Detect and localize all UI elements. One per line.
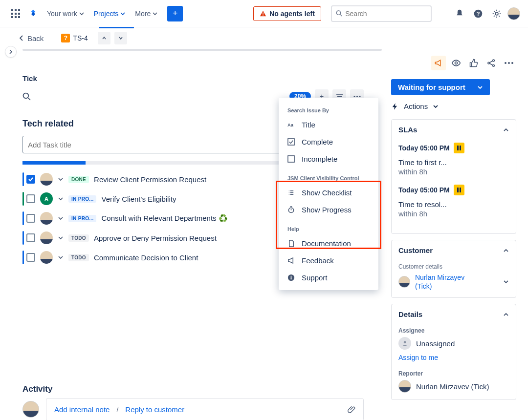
activity-title: Activity — [22, 384, 364, 394]
assign-to-me-link[interactable]: Assign to me — [398, 354, 509, 361]
create-button[interactable]: + — [167, 6, 183, 21]
task-expand-chevron[interactable] — [58, 196, 64, 202]
share-icon[interactable] — [484, 56, 499, 70]
task-expand-chevron[interactable] — [58, 215, 64, 221]
svg-rect-29 — [460, 146, 461, 150]
settings-icon[interactable] — [489, 6, 505, 21]
comment-box[interactable]: Add internal note / Reply to customer — [46, 398, 364, 420]
menu-item-title[interactable]: AaTitle — [279, 116, 378, 133]
task-checkbox[interactable] — [26, 253, 35, 262]
slas-header[interactable]: SLAs — [392, 120, 516, 140]
menu-item-complete[interactable]: Complete — [279, 133, 378, 150]
menu-item-support[interactable]: Support — [279, 269, 378, 286]
reporter-field[interactable]: Nurlan Mirzavev (Tick) — [398, 380, 509, 393]
svg-rect-38 — [291, 277, 292, 280]
svg-rect-28 — [457, 146, 459, 150]
task-status-badge[interactable]: IN PRO... — [68, 215, 96, 222]
task-expand-chevron[interactable] — [58, 254, 64, 260]
attachment-icon[interactable] — [348, 405, 356, 414]
sla-pause-icon — [454, 185, 464, 195]
svg-rect-34 — [288, 139, 294, 145]
menu-heading-search: Search Issue By — [279, 105, 378, 116]
menu-item-show-progress[interactable]: Show Progress — [279, 201, 378, 218]
jira-logo-icon[interactable] — [25, 6, 41, 21]
help-icon[interactable]: ? — [470, 6, 486, 21]
issue-actions-icon[interactable] — [502, 56, 516, 70]
svg-line-17 — [28, 98, 30, 100]
no-agents-banner[interactable]: No agents left — [253, 6, 321, 21]
bolt-icon — [391, 103, 399, 110]
svg-point-15 — [495, 12, 498, 15]
nav-projects[interactable]: Projects — [90, 6, 130, 21]
menu-item-documentation[interactable]: Documentation — [279, 235, 378, 252]
checklist-search-button[interactable] — [22, 92, 31, 101]
svg-point-26 — [508, 62, 510, 64]
customer-card: Customer Customer details Nurlan Mirzaye… — [391, 240, 516, 298]
svg-point-18 — [353, 96, 355, 97]
menu-item-show-checklist[interactable]: Show Checklist — [279, 184, 378, 201]
task-status-badge[interactable]: TODO — [68, 234, 89, 242]
svg-rect-7 — [15, 16, 17, 18]
task-expand-chevron[interactable] — [58, 176, 64, 182]
give-feedback-icon[interactable] — [431, 56, 446, 70]
task-color-bar — [22, 172, 24, 186]
chevron-down-icon[interactable] — [503, 279, 509, 285]
task-status-badge[interactable]: DONE — [68, 176, 89, 183]
chevron-down-icon — [477, 84, 483, 90]
nav-your-work[interactable]: Your work — [43, 6, 88, 21]
task-checkbox[interactable] — [26, 175, 35, 184]
vote-icon[interactable] — [466, 56, 481, 70]
task-assignee-avatar[interactable] — [40, 251, 53, 264]
svg-point-27 — [511, 62, 513, 64]
app-switcher-icon[interactable] — [8, 6, 23, 21]
svg-rect-3 — [11, 13, 13, 15]
task-checkbox[interactable] — [26, 194, 35, 203]
info-icon — [287, 274, 295, 281]
svg-text:Aa: Aa — [287, 123, 294, 127]
no-agents-label: No agents left — [269, 10, 315, 18]
reply-to-customer-link[interactable]: Reply to customer — [125, 405, 184, 414]
customer-details-label: Customer details — [398, 263, 509, 270]
task-assignee-avatar[interactable]: A — [40, 192, 53, 205]
task-assignee-avatar[interactable] — [40, 212, 53, 225]
nav-more[interactable]: More — [131, 6, 161, 21]
sla-time: Today 05:00 PM — [398, 144, 450, 152]
watch-icon[interactable] — [449, 56, 463, 70]
task-checkbox[interactable] — [26, 214, 35, 223]
customer-header[interactable]: Customer — [392, 240, 516, 260]
global-search[interactable] — [331, 5, 432, 22]
details-header[interactable]: Details — [392, 304, 516, 324]
customer-name-link[interactable]: Nurlan Mirzayev (Tick) — [415, 273, 469, 291]
next-issue-button[interactable] — [114, 32, 127, 44]
sla-name: Time to resol... — [398, 200, 509, 209]
status-dropdown[interactable]: Waiting for support — [391, 79, 490, 95]
nav-projects-label: Projects — [94, 10, 119, 18]
back-button[interactable]: Back — [18, 34, 44, 42]
svg-point-11 — [336, 11, 340, 15]
task-status-badge[interactable]: TODO — [68, 254, 89, 261]
svg-rect-5 — [18, 13, 20, 15]
issue-key-link[interactable]: ? TS-4 — [61, 34, 88, 42]
task-expand-chevron[interactable] — [58, 235, 64, 241]
assignee-field[interactable]: Unassigned — [398, 337, 509, 350]
chevron-down-icon — [433, 104, 439, 109]
svg-rect-0 — [11, 9, 13, 11]
task-assignee-avatar[interactable] — [40, 173, 53, 186]
actions-dropdown[interactable]: Actions — [391, 102, 516, 110]
sidebar-expand-button[interactable] — [5, 46, 17, 58]
task-assignee-avatar[interactable] — [40, 231, 53, 244]
task-checkbox[interactable] — [26, 233, 35, 242]
notifications-icon[interactable] — [452, 6, 467, 21]
prev-issue-button[interactable] — [98, 32, 110, 44]
add-internal-note-link[interactable]: Add internal note — [54, 405, 110, 414]
menu-item-incomplete[interactable]: Incomplete — [279, 150, 378, 168]
svg-rect-2 — [18, 9, 20, 11]
comment-separator: / — [116, 406, 118, 414]
profile-avatar[interactable] — [507, 7, 520, 20]
task-color-bar — [22, 231, 24, 245]
svg-rect-10 — [263, 15, 264, 15]
menu-item-feedback[interactable]: Feedback — [279, 252, 378, 269]
task-status-badge[interactable]: IN PRO... — [68, 195, 96, 203]
global-search-input[interactable] — [345, 10, 427, 18]
content-separator — [22, 49, 382, 51]
